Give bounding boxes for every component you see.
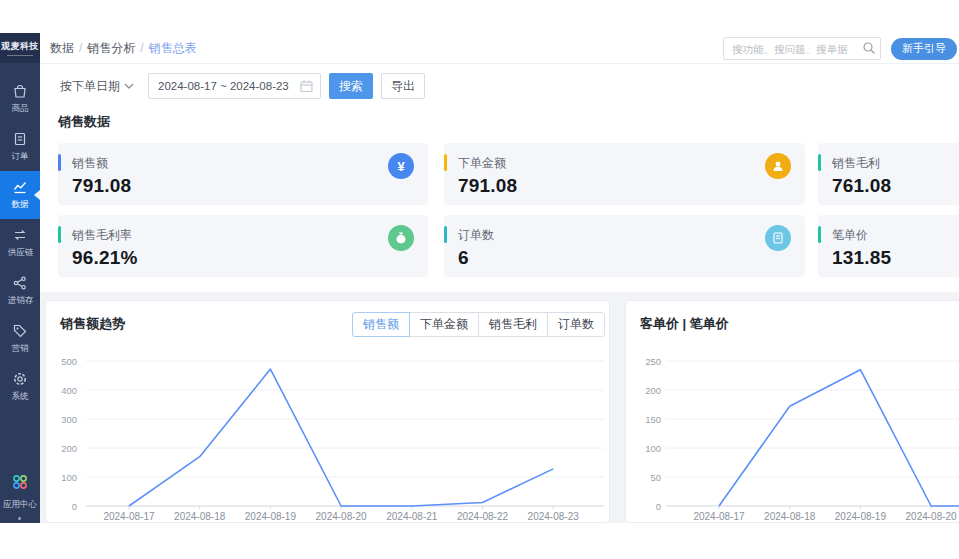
metric-card: 订单数6 [444, 215, 805, 277]
inventory-icon [12, 275, 28, 291]
order-icon [12, 131, 28, 147]
sidebar-item-system[interactable]: 系统 [0, 363, 40, 411]
breadcrumb-separator: / [79, 41, 82, 55]
svg-text:2024-08-20: 2024-08-20 [316, 511, 368, 522]
svg-text:2024-08-20: 2024-08-20 [906, 511, 958, 522]
metric-label: 销售毛利 [832, 155, 880, 172]
breadcrumb-data[interactable]: 数据 [50, 40, 74, 57]
sidebar-item-label: 营销 [11, 342, 28, 354]
gear-icon [12, 371, 28, 387]
metric-value: 791.08 [72, 175, 131, 197]
search-icon[interactable] [862, 41, 876, 55]
sidebar-item-label: 数据 [11, 198, 28, 210]
bag-icon [12, 83, 28, 99]
date-range-input[interactable]: 2024-08-17 ~ 2024-08-23 [148, 73, 321, 99]
app-window: 观麦科技 商品订单数据供应链进销存营销系统 应用中心 数据 / 销售分析 / 销… [0, 33, 959, 523]
trend-tab-3[interactable]: 订单数 [547, 312, 605, 337]
svg-text:2024-08-17: 2024-08-17 [103, 511, 155, 522]
metric-label: 下单金额 [458, 155, 506, 172]
sidebar-item-marketing[interactable]: 营销 [0, 315, 40, 363]
svg-text:2024-08-23: 2024-08-23 [528, 511, 580, 522]
sidebar-item-label: 商品 [11, 102, 28, 114]
breadcrumb-sales-analysis[interactable]: 销售分析 [87, 40, 135, 57]
chart-icon [12, 179, 28, 195]
sales-trend-title: 销售额趋势 [60, 315, 125, 333]
svg-text:2024-08-17: 2024-08-17 [693, 511, 745, 522]
metric-value: 6 [458, 247, 469, 269]
trend-tab-1[interactable]: 下单金额 [409, 312, 479, 337]
sidebar-menu: 商品订单数据供应链进销存营销系统 [0, 75, 40, 411]
sidebar-item-app-center[interactable]: 应用中心 [0, 473, 40, 511]
metric-value: 96.21% [72, 247, 138, 269]
header-right: 新手引导 [723, 37, 957, 60]
sidebar: 观麦科技 商品订单数据供应链进销存营销系统 应用中心 [0, 33, 40, 523]
metric-card: 下单金额791.08 [444, 143, 805, 205]
trend-tab-2[interactable]: 销售毛利 [478, 312, 548, 337]
sidebar-item-label: 订单 [11, 150, 28, 162]
svg-text:100: 100 [645, 443, 661, 454]
moneybag-icon [388, 225, 414, 251]
chevron-down-icon [124, 83, 134, 90]
card-accent-bar [444, 154, 447, 171]
svg-text:400: 400 [61, 385, 77, 396]
unit-price-line-chart: 0501001502002502024-08-172024-08-182024-… [626, 343, 959, 523]
sidebar-item-orders[interactable]: 订单 [0, 123, 40, 171]
sidebar-item-label: 应用中心 [3, 498, 37, 510]
search-button[interactable]: 搜索 [329, 73, 373, 99]
sidebar-item-supply[interactable]: 供应链 [0, 219, 40, 267]
card-accent-bar [818, 226, 821, 243]
svg-text:2024-08-19: 2024-08-19 [245, 511, 297, 522]
svg-text:0: 0 [656, 501, 661, 512]
beginner-guide-button[interactable]: 新手引导 [891, 38, 957, 60]
section-title-sales-data: 销售数据 [58, 113, 110, 131]
svg-text:100: 100 [61, 472, 77, 483]
sidebar-item-label: 进销存 [7, 294, 33, 306]
brand-name: 观麦科技 [1, 40, 39, 53]
sidebar-item-data[interactable]: 数据 [0, 171, 40, 219]
filter-bar: 按下单日期 2024-08-17 ~ 2024-08-23 搜索 导出 [40, 64, 959, 108]
breadcrumb-separator: / [140, 41, 143, 55]
sales-trend-tabs: 销售额下单金额销售毛利订单数 [352, 312, 605, 337]
card-accent-bar [444, 226, 447, 243]
svg-text:2024-08-19: 2024-08-19 [835, 511, 887, 522]
sidebar-item-goods[interactable]: 商品 [0, 75, 40, 123]
svg-text:200: 200 [645, 385, 661, 396]
svg-text:500: 500 [61, 356, 77, 367]
svg-text:2024-08-18: 2024-08-18 [764, 511, 816, 522]
date-type-select[interactable]: 按下单日期 [60, 78, 134, 95]
svg-text:0: 0 [72, 501, 77, 512]
sidebar-item-label: 系统 [11, 390, 28, 402]
svg-text:2024-08-22: 2024-08-22 [457, 511, 509, 522]
svg-text:300: 300 [61, 414, 77, 425]
brand-logo: 观麦科技 [0, 33, 40, 63]
metric-label: 订单数 [458, 227, 494, 244]
date-type-label: 按下单日期 [60, 78, 120, 95]
calendar-icon [299, 79, 314, 94]
unit-price-title: 客单价 | 笔单价 [640, 315, 729, 333]
sales-trend-panel: 销售额趋势 销售额下单金额销售毛利订单数 0100200300400500202… [45, 300, 610, 523]
card-accent-bar [818, 154, 821, 171]
date-range-value: 2024-08-17 ~ 2024-08-23 [149, 80, 289, 92]
svg-text:2024-08-21: 2024-08-21 [386, 511, 438, 522]
tag-icon [12, 323, 28, 339]
breadcrumb: 数据 / 销售分析 / 销售总表 [40, 40, 197, 57]
svg-text:50: 50 [650, 472, 661, 483]
yen-icon: ¥ [388, 153, 414, 179]
card-accent-bar [58, 154, 61, 171]
metric-value: 131.85 [832, 247, 891, 269]
main-panel: 按下单日期 2024-08-17 ~ 2024-08-23 搜索 导出 [40, 64, 959, 292]
document-icon [765, 225, 791, 251]
svg-text:2024-08-18: 2024-08-18 [174, 511, 226, 522]
export-button[interactable]: 导出 [381, 73, 425, 99]
metric-value: 791.08 [458, 175, 517, 197]
global-search [723, 37, 881, 60]
sidebar-item-inventory[interactable]: 进销存 [0, 267, 40, 315]
sidebar-bottom-dot [18, 517, 21, 520]
trend-tab-0[interactable]: 销售额 [352, 312, 410, 337]
metric-card: 销售毛利761.08 [818, 143, 959, 205]
card-accent-bar [58, 226, 61, 243]
global-search-input[interactable] [723, 37, 881, 60]
breadcrumb-sales-summary: 销售总表 [149, 40, 197, 57]
metric-card: 笔单价131.85 [818, 215, 959, 277]
metric-value: 761.08 [832, 175, 891, 197]
